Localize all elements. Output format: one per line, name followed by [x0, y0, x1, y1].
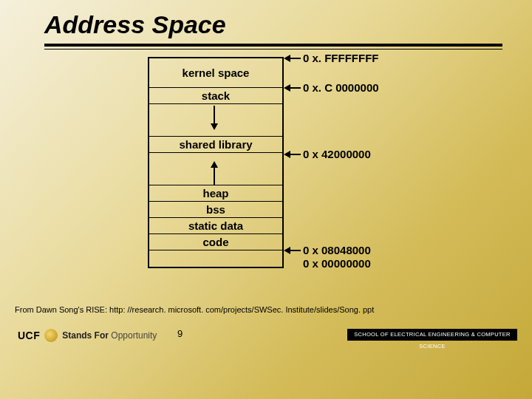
arrow-left-icon: [284, 151, 290, 158]
arrow-left-icon: [284, 55, 290, 62]
department-badge: SCHOOL OF ELECTRICAL ENGINEERING & COMPU…: [347, 329, 517, 341]
page-number: 9: [177, 328, 183, 339]
diagram-stage: kernel space stack shared library heap b…: [0, 51, 532, 347]
addr-code-top: 0 x 08048000: [303, 244, 371, 256]
arrow-stem: [290, 58, 301, 59]
region-stack: stack: [149, 88, 282, 104]
tagline-rest: Opportunity: [111, 330, 157, 341]
slide-footer: UCF Stands For Opportunity 9 SCHOOL OF E…: [0, 324, 532, 347]
pegasus-icon: [44, 329, 58, 342]
arrow-up-icon: [211, 161, 218, 168]
addr-kernel-bottom: 0 x. C 0000000: [303, 81, 379, 94]
addr-bottom: 0 x 00000000: [303, 257, 371, 270]
arrow-down-icon: [211, 123, 218, 130]
region-code: code: [149, 234, 282, 250]
region-gap3: [149, 250, 282, 267]
citation-text: From Dawn Song's RISE: http: //research.…: [15, 305, 374, 314]
arrow-stem: [290, 250, 301, 251]
ucf-logo: UCF Stands For Opportunity: [18, 329, 157, 342]
region-gap1: [149, 104, 282, 137]
ucf-wordmark: UCF: [18, 330, 40, 341]
arrow-heap-stem: [214, 168, 215, 185]
arrow-stem: [290, 87, 301, 89]
region-heap: heap: [149, 185, 282, 202]
arrow-left-icon: [284, 84, 290, 92]
region-gap2: [149, 153, 282, 185]
slide-title: Address Space: [0, 0, 532, 44]
arrow-stem: [290, 154, 301, 155]
arrow-left-icon: [284, 247, 290, 254]
region-static: static data: [149, 218, 282, 234]
region-shared: shared library: [149, 137, 282, 153]
addr-top: 0 x. FFFFFFFF: [303, 52, 379, 64]
region-kernel: kernel space: [149, 58, 282, 88]
title-rule: [44, 44, 502, 51]
region-bss: bss: [149, 202, 282, 218]
tagline-bold: Stands For: [62, 330, 109, 341]
arrow-stack-stem: [214, 106, 215, 123]
tagline: Stands For Opportunity: [62, 330, 157, 341]
addr-shared-bottom: 0 x 42000000: [303, 148, 371, 160]
